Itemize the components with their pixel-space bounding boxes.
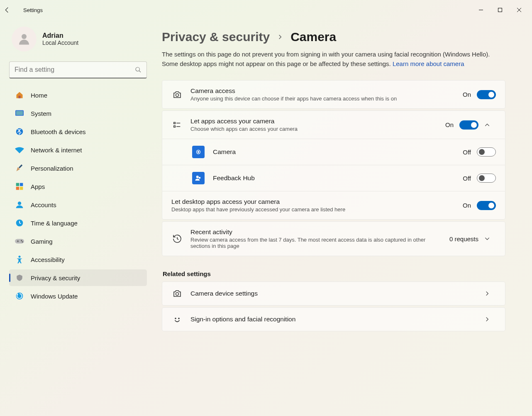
sidebar-item-label: Gaming (31, 238, 53, 245)
accessibility-icon (15, 255, 24, 264)
gaming-icon (15, 238, 24, 245)
page-description: The settings on this page do not prevent… (162, 50, 505, 69)
svg-point-19 (19, 256, 21, 258)
face-icon (171, 314, 183, 324)
user-account-type: Local Account (42, 39, 78, 46)
toggle-state: On (463, 91, 471, 98)
svg-point-2 (22, 34, 27, 39)
sidebar-item-bluetooth[interactable]: Bluetooth & devices (9, 123, 147, 140)
sidebar-item-apps[interactable]: Apps (9, 178, 147, 195)
camera-icon (171, 289, 183, 299)
avatar (12, 27, 37, 51)
svg-point-28 (196, 176, 199, 178)
svg-line-4 (139, 71, 141, 72)
camera-access-setting: Camera access Anyone using this device c… (162, 80, 505, 109)
svg-rect-16 (15, 239, 24, 244)
svg-rect-1 (498, 8, 502, 12)
user-account-block[interactable]: Adrian Local Account (9, 27, 147, 51)
breadcrumb-parent[interactable]: Privacy & security (162, 30, 270, 44)
svg-point-31 (175, 318, 176, 319)
network-icon (15, 146, 24, 154)
sidebar-item-label: Windows Update (31, 293, 78, 300)
search-icon (135, 66, 142, 73)
apps-access-expander: Let apps access your camera Choose which… (162, 110, 505, 220)
settings-search[interactable] (9, 61, 147, 78)
app-icon (192, 146, 205, 158)
svg-rect-10 (16, 183, 20, 186)
learn-more-link[interactable]: Learn more about camera (393, 60, 464, 67)
svg-point-18 (22, 241, 23, 242)
svg-point-32 (178, 318, 180, 319)
desktop-apps-toggle[interactable] (477, 201, 496, 210)
camera-access-toggle[interactable] (477, 90, 496, 99)
page-title: Camera (290, 30, 336, 44)
svg-point-3 (136, 67, 139, 71)
svg-rect-7 (16, 111, 23, 115)
app-toggle[interactable] (477, 174, 496, 183)
sidebar-item-accounts[interactable]: Accounts (9, 196, 147, 213)
minimize-button[interactable] (471, 3, 491, 17)
chevron-up-icon[interactable] (484, 122, 496, 128)
svg-point-27 (198, 152, 199, 153)
app-row-camera: Camera Off (162, 139, 505, 165)
update-icon (15, 292, 24, 300)
svg-rect-11 (20, 183, 23, 186)
bluetooth-icon (15, 127, 24, 136)
user-name: Adrian (42, 32, 78, 39)
apps-access-toggle[interactable] (459, 120, 478, 130)
svg-point-17 (21, 240, 22, 241)
sidebar-item-label: Apps (31, 183, 45, 190)
sidebar-item-system[interactable]: System (9, 105, 147, 122)
svg-point-14 (18, 202, 21, 205)
app-toggle[interactable] (477, 147, 496, 157)
svg-rect-22 (174, 122, 176, 124)
chevron-down-icon[interactable] (484, 236, 496, 242)
svg-rect-9 (19, 164, 22, 168)
chevron-right-icon (277, 34, 283, 40)
camera-icon (171, 90, 183, 100)
requests-count: 0 requests (449, 235, 478, 242)
svg-rect-24 (174, 125, 176, 127)
sidebar-item-gaming[interactable]: Gaming (9, 233, 147, 250)
system-icon (15, 110, 24, 117)
back-button[interactable] (3, 6, 18, 14)
apps-access-header[interactable]: Let apps access your camera Choose which… (162, 111, 505, 139)
svg-rect-12 (16, 187, 20, 190)
sidebar-item-label: Bluetooth & devices (31, 128, 86, 135)
sidebar-item-accessibility[interactable]: Accessibility (9, 251, 147, 268)
sidebar-item-time[interactable]: Time & language (9, 215, 147, 231)
search-input[interactable] (10, 62, 146, 78)
home-icon (15, 91, 24, 99)
sidebar-item-label: Accessibility (31, 256, 65, 263)
sidebar-item-home[interactable]: Home (9, 87, 147, 103)
sidebar-item-label: Home (31, 92, 47, 99)
time-icon (15, 219, 24, 227)
related-sign-in-options-and-facial-recognition[interactable]: Sign-in options and facial recognition (162, 307, 505, 331)
sidebar-item-personalization[interactable]: Personalization (9, 160, 147, 176)
chevron-right-icon (484, 316, 496, 322)
sidebar-item-privacy[interactable]: Privacy & security (9, 269, 147, 286)
app-icon (192, 172, 205, 184)
list-icon (171, 120, 183, 130)
close-button[interactable] (510, 3, 529, 17)
history-icon (171, 234, 183, 244)
sidebar-item-label: Network & internet (31, 147, 82, 154)
maximize-button[interactable] (491, 3, 510, 17)
sidebar-item-label: System (31, 110, 51, 117)
accounts-icon (15, 201, 24, 209)
recent-activity-expander[interactable]: Recent activity Review camera access fro… (162, 221, 505, 256)
privacy-icon (15, 273, 24, 282)
svg-point-21 (176, 93, 179, 96)
svg-point-30 (176, 293, 179, 296)
svg-point-29 (199, 177, 201, 179)
chevron-right-icon (484, 291, 496, 296)
sidebar-item-network[interactable]: Network & internet (9, 142, 147, 158)
apps-icon (15, 182, 24, 191)
sidebar-item-label: Personalization (31, 165, 73, 172)
desktop-apps-row: Let desktop apps access your camera Desk… (162, 191, 505, 219)
window-title: Settings (23, 7, 471, 13)
svg-rect-13 (20, 187, 23, 190)
sidebar-item-update[interactable]: Windows Update (9, 288, 147, 304)
related-camera-device-settings[interactable]: Camera device settings (162, 281, 505, 306)
sidebar-item-label: Accounts (31, 201, 56, 208)
